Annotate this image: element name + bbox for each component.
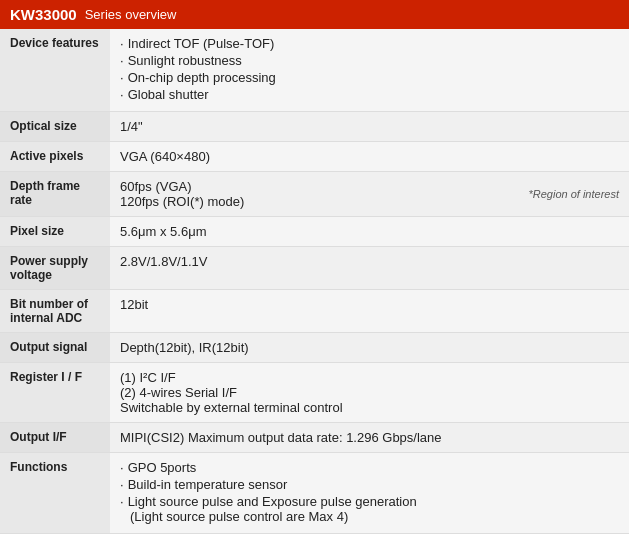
table-row: Output I/FMIPI(CSI2) Maximum output data…: [0, 423, 629, 453]
table-row: Output signalDepth(12bit), IR(12bit): [0, 333, 629, 363]
row-label: Output signal: [0, 333, 110, 363]
row-value: MIPI(CSI2) Maximum output data rate: 1.2…: [110, 423, 629, 453]
row-label: Active pixels: [0, 142, 110, 172]
row-value: GPO 5portsBuild-in temperature sensorLig…: [110, 453, 629, 534]
list-item: GPO 5ports: [120, 460, 619, 475]
row-value: VGA (640×480): [110, 142, 629, 172]
table-row: Active pixelsVGA (640×480): [0, 142, 629, 172]
row-value: 12bit: [110, 290, 629, 333]
list-item: Light source pulse and Exposure pulse ge…: [120, 494, 619, 524]
row-value: 1/4": [110, 112, 629, 142]
list-item: On-chip depth processing: [120, 70, 619, 85]
header: KW33000 Series overview: [0, 0, 629, 29]
list-item: Global shutter: [120, 87, 619, 102]
header-model: KW33000: [10, 6, 77, 23]
row-label: Power supply voltage: [0, 247, 110, 290]
list-item: Build-in temperature sensor: [120, 477, 619, 492]
row-value: 5.6μm x 5.6μm: [110, 217, 629, 247]
list-item: Sunlight robustness: [120, 53, 619, 68]
row-label: Depth frame rate: [0, 172, 110, 217]
row-label: Functions: [0, 453, 110, 534]
row-label: Device features: [0, 29, 110, 112]
row-value: 60fps (VGA)120fps (ROI(*) mode)*Region o…: [110, 172, 629, 217]
table-row: Optical size1/4": [0, 112, 629, 142]
row-label: Register I / F: [0, 363, 110, 423]
row-value: (1) I²C I/F(2) 4-wires Serial I/F Switch…: [110, 363, 629, 423]
table-row: Register I / F(1) I²C I/F(2) 4-wires Ser…: [0, 363, 629, 423]
table-row: Power supply voltage2.8V/1.8V/1.1V: [0, 247, 629, 290]
table-row: Device featuresIndirect TOF (Pulse-TOF)S…: [0, 29, 629, 112]
row-note: *Region of interest: [529, 188, 620, 200]
specs-table: Device featuresIndirect TOF (Pulse-TOF)S…: [0, 29, 629, 534]
row-label: Output I/F: [0, 423, 110, 453]
table-row: Pixel size5.6μm x 5.6μm: [0, 217, 629, 247]
row-value: Depth(12bit), IR(12bit): [110, 333, 629, 363]
row-value: 2.8V/1.8V/1.1V: [110, 247, 629, 290]
table-row: Depth frame rate60fps (VGA)120fps (ROI(*…: [0, 172, 629, 217]
row-label: Optical size: [0, 112, 110, 142]
row-value: Indirect TOF (Pulse-TOF)Sunlight robustn…: [110, 29, 629, 112]
table-row: Bit number of internal ADC12bit: [0, 290, 629, 333]
row-label: Pixel size: [0, 217, 110, 247]
row-label: Bit number of internal ADC: [0, 290, 110, 333]
list-item: Indirect TOF (Pulse-TOF): [120, 36, 619, 51]
table-row: FunctionsGPO 5portsBuild-in temperature …: [0, 453, 629, 534]
header-subtitle: Series overview: [85, 7, 177, 22]
